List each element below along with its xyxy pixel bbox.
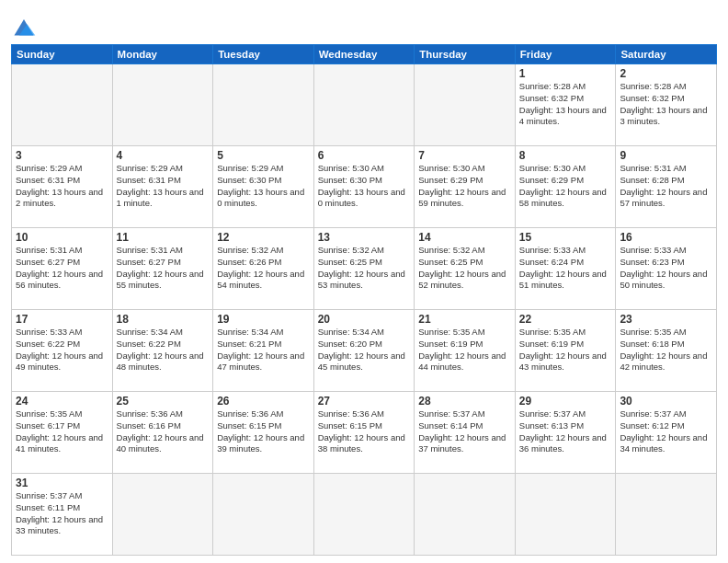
day-info: Sunrise: 5:31 AM Sunset: 6:28 PM Dayligh… — [620, 163, 712, 210]
day-number: 2 — [620, 67, 712, 80]
calendar-cell: 13Sunrise: 5:32 AM Sunset: 6:25 PM Dayli… — [313, 228, 415, 310]
day-info: Sunrise: 5:33 AM Sunset: 6:23 PM Dayligh… — [620, 245, 712, 292]
day-info: Sunrise: 5:31 AM Sunset: 6:27 PM Dayligh… — [16, 245, 108, 292]
day-number: 24 — [16, 395, 108, 408]
calendar-cell: 23Sunrise: 5:35 AM Sunset: 6:18 PM Dayli… — [616, 310, 717, 392]
calendar-cell — [515, 474, 616, 556]
weekday-header-friday: Friday — [515, 45, 616, 64]
calendar-table: SundayMondayTuesdayWednesdayThursdayFrid… — [11, 44, 717, 556]
day-number: 4 — [117, 149, 210, 162]
calendar-cell: 22Sunrise: 5:35 AM Sunset: 6:19 PM Dayli… — [515, 310, 616, 392]
weekday-header-saturday: Saturday — [616, 45, 717, 64]
calendar-cell — [112, 474, 213, 556]
calendar-cell — [12, 64, 113, 146]
day-number: 30 — [620, 395, 712, 408]
day-info: Sunrise: 5:32 AM Sunset: 6:25 PM Dayligh… — [318, 245, 411, 292]
calendar-cell: 3Sunrise: 5:29 AM Sunset: 6:31 PM Daylig… — [12, 146, 113, 228]
calendar-cell: 12Sunrise: 5:32 AM Sunset: 6:26 PM Dayli… — [213, 228, 314, 310]
calendar-cell: 24Sunrise: 5:35 AM Sunset: 6:17 PM Dayli… — [12, 392, 113, 474]
day-number: 5 — [217, 149, 310, 162]
day-info: Sunrise: 5:33 AM Sunset: 6:22 PM Dayligh… — [16, 327, 108, 373]
calendar-cell: 28Sunrise: 5:37 AM Sunset: 6:14 PM Dayli… — [415, 392, 516, 474]
day-info: Sunrise: 5:37 AM Sunset: 6:11 PM Dayligh… — [16, 490, 108, 537]
calendar-cell: 26Sunrise: 5:36 AM Sunset: 6:15 PM Dayli… — [213, 392, 314, 474]
day-number: 12 — [217, 231, 310, 244]
day-number: 6 — [318, 149, 411, 162]
day-number: 18 — [117, 313, 210, 326]
day-number: 31 — [16, 477, 108, 489]
calendar-cell — [313, 64, 415, 146]
calendar-cell — [313, 474, 415, 556]
page: SundayMondayTuesdayWednesdayThursdayFrid… — [0, 0, 728, 563]
day-number: 29 — [519, 395, 612, 408]
calendar-cell: 8Sunrise: 5:30 AM Sunset: 6:29 PM Daylig… — [515, 146, 616, 228]
day-number: 25 — [117, 395, 210, 408]
day-number: 14 — [418, 231, 511, 244]
weekday-header-row: SundayMondayTuesdayWednesdayThursdayFrid… — [12, 45, 717, 64]
day-number: 13 — [318, 231, 411, 244]
day-info: Sunrise: 5:29 AM Sunset: 6:31 PM Dayligh… — [16, 163, 108, 210]
calendar-cell: 11Sunrise: 5:31 AM Sunset: 6:27 PM Dayli… — [112, 228, 213, 310]
day-number: 22 — [519, 313, 612, 326]
calendar-week-row: 24Sunrise: 5:35 AM Sunset: 6:17 PM Dayli… — [12, 392, 717, 474]
calendar-cell: 29Sunrise: 5:37 AM Sunset: 6:13 PM Dayli… — [515, 392, 616, 474]
day-number: 17 — [16, 313, 108, 326]
day-info: Sunrise: 5:36 AM Sunset: 6:15 PM Dayligh… — [217, 408, 310, 455]
calendar-cell — [213, 64, 314, 146]
day-info: Sunrise: 5:28 AM Sunset: 6:32 PM Dayligh… — [519, 81, 612, 128]
day-info: Sunrise: 5:35 AM Sunset: 6:19 PM Dayligh… — [418, 327, 511, 373]
calendar-cell: 25Sunrise: 5:36 AM Sunset: 6:16 PM Dayli… — [112, 392, 213, 474]
calendar-cell: 9Sunrise: 5:31 AM Sunset: 6:28 PM Daylig… — [616, 146, 717, 228]
day-info: Sunrise: 5:36 AM Sunset: 6:15 PM Dayligh… — [318, 408, 411, 455]
day-number: 9 — [620, 149, 712, 162]
day-info: Sunrise: 5:35 AM Sunset: 6:18 PM Dayligh… — [620, 327, 712, 373]
calendar-cell: 21Sunrise: 5:35 AM Sunset: 6:19 PM Dayli… — [415, 310, 516, 392]
day-info: Sunrise: 5:33 AM Sunset: 6:24 PM Dayligh… — [519, 245, 612, 292]
calendar-cell: 14Sunrise: 5:32 AM Sunset: 6:25 PM Dayli… — [415, 228, 516, 310]
logo — [11, 13, 40, 39]
day-number: 23 — [620, 313, 712, 326]
day-number: 15 — [519, 231, 612, 244]
calendar-cell: 7Sunrise: 5:30 AM Sunset: 6:29 PM Daylig… — [415, 146, 516, 228]
calendar-cell — [616, 474, 717, 556]
calendar-week-row: 17Sunrise: 5:33 AM Sunset: 6:22 PM Dayli… — [12, 310, 717, 392]
calendar-cell: 15Sunrise: 5:33 AM Sunset: 6:24 PM Dayli… — [515, 228, 616, 310]
day-info: Sunrise: 5:37 AM Sunset: 6:13 PM Dayligh… — [519, 408, 612, 455]
day-info: Sunrise: 5:32 AM Sunset: 6:26 PM Dayligh… — [217, 245, 310, 292]
calendar-cell: 17Sunrise: 5:33 AM Sunset: 6:22 PM Dayli… — [12, 310, 113, 392]
day-number: 27 — [318, 395, 411, 408]
calendar-cell: 1Sunrise: 5:28 AM Sunset: 6:32 PM Daylig… — [515, 64, 616, 146]
calendar-cell: 20Sunrise: 5:34 AM Sunset: 6:20 PM Dayli… — [313, 310, 415, 392]
day-info: Sunrise: 5:30 AM Sunset: 6:29 PM Dayligh… — [418, 163, 511, 210]
calendar-cell: 10Sunrise: 5:31 AM Sunset: 6:27 PM Dayli… — [12, 228, 113, 310]
day-number: 7 — [418, 149, 511, 162]
calendar-cell: 4Sunrise: 5:29 AM Sunset: 6:31 PM Daylig… — [112, 146, 213, 228]
day-info: Sunrise: 5:36 AM Sunset: 6:16 PM Dayligh… — [117, 408, 210, 455]
calendar-cell: 5Sunrise: 5:29 AM Sunset: 6:30 PM Daylig… — [213, 146, 314, 228]
weekday-header-monday: Monday — [112, 45, 213, 64]
day-info: Sunrise: 5:31 AM Sunset: 6:27 PM Dayligh… — [117, 245, 210, 292]
calendar-cell: 27Sunrise: 5:36 AM Sunset: 6:15 PM Dayli… — [313, 392, 415, 474]
day-number: 20 — [318, 313, 411, 326]
day-info: Sunrise: 5:37 AM Sunset: 6:14 PM Dayligh… — [418, 408, 511, 455]
calendar-cell — [415, 474, 516, 556]
day-number: 8 — [519, 149, 612, 162]
day-info: Sunrise: 5:29 AM Sunset: 6:30 PM Dayligh… — [217, 163, 310, 210]
day-info: Sunrise: 5:32 AM Sunset: 6:25 PM Dayligh… — [418, 245, 511, 292]
day-info: Sunrise: 5:34 AM Sunset: 6:22 PM Dayligh… — [117, 327, 210, 373]
day-number: 3 — [16, 149, 108, 162]
day-info: Sunrise: 5:37 AM Sunset: 6:12 PM Dayligh… — [620, 408, 712, 455]
day-info: Sunrise: 5:30 AM Sunset: 6:30 PM Dayligh… — [318, 163, 411, 210]
calendar-cell — [213, 474, 314, 556]
day-number: 16 — [620, 231, 712, 244]
day-info: Sunrise: 5:30 AM Sunset: 6:29 PM Dayligh… — [519, 163, 612, 210]
weekday-header-sunday: Sunday — [12, 45, 113, 64]
day-number: 11 — [117, 231, 210, 244]
header — [11, 9, 717, 39]
logo-icon — [11, 13, 37, 39]
calendar-cell: 19Sunrise: 5:34 AM Sunset: 6:21 PM Dayli… — [213, 310, 314, 392]
calendar-week-row: 10Sunrise: 5:31 AM Sunset: 6:27 PM Dayli… — [12, 228, 717, 310]
calendar-cell: 31Sunrise: 5:37 AM Sunset: 6:11 PM Dayli… — [12, 474, 113, 556]
calendar-week-row: 1Sunrise: 5:28 AM Sunset: 6:32 PM Daylig… — [12, 64, 717, 146]
weekday-header-wednesday: Wednesday — [313, 45, 415, 64]
